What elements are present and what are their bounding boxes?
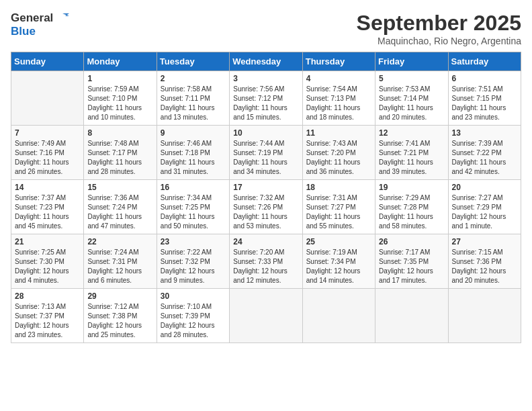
calendar-cell: 9Sunrise: 7:46 AM Sunset: 7:18 PM Daylig… [157,126,229,180]
day-info: Sunrise: 7:29 AM Sunset: 7:28 PM Dayligh… [379,193,444,231]
day-info: Sunrise: 7:32 AM Sunset: 7:26 PM Dayligh… [233,193,298,231]
day-number: 26 [379,237,444,246]
calendar-cell: 12Sunrise: 7:41 AM Sunset: 7:21 PM Dayli… [375,126,448,180]
calendar-header-row: SundayMondayTuesdayWednesdayThursdayFrid… [11,52,521,71]
calendar-cell: 20Sunrise: 7:27 AM Sunset: 7:29 PM Dayli… [448,180,521,234]
day-info: Sunrise: 7:10 AM Sunset: 7:39 PM Dayligh… [161,302,226,340]
day-info: Sunrise: 7:37 AM Sunset: 7:23 PM Dayligh… [15,193,80,231]
day-info: Sunrise: 7:39 AM Sunset: 7:22 PM Dayligh… [452,139,517,177]
calendar-table: SundayMondayTuesdayWednesdayThursdayFrid… [11,52,521,343]
calendar-cell [375,289,448,343]
day-number: 5 [379,74,444,83]
calendar-cell: 2Sunrise: 7:58 AM Sunset: 7:11 PM Daylig… [157,71,229,126]
day-number: 23 [161,237,226,246]
calendar-cell: 28Sunrise: 7:13 AM Sunset: 7:37 PM Dayli… [11,289,84,343]
title-block: September 2025 Maquinchao, Rio Negro, Ar… [357,11,521,46]
calendar-cell: 21Sunrise: 7:25 AM Sunset: 7:30 PM Dayli… [11,234,84,289]
day-number: 29 [87,291,152,301]
logo: General Blue [11,11,69,38]
day-info: Sunrise: 7:59 AM Sunset: 7:10 PM Dayligh… [87,85,152,122]
day-number: 30 [161,291,226,301]
calendar-cell: 27Sunrise: 7:15 AM Sunset: 7:36 PM Dayli… [448,234,521,289]
calendar-week-1: 1Sunrise: 7:59 AM Sunset: 7:10 PM Daylig… [11,71,521,126]
calendar-cell: 22Sunrise: 7:24 AM Sunset: 7:31 PM Dayli… [84,234,157,289]
calendar-cell: 25Sunrise: 7:19 AM Sunset: 7:34 PM Dayli… [302,234,375,289]
calendar-week-2: 7Sunrise: 7:49 AM Sunset: 7:16 PM Daylig… [11,126,521,180]
page-header: General Blue September 2025 Maquinchao, … [11,11,521,46]
day-info: Sunrise: 7:31 AM Sunset: 7:27 PM Dayligh… [306,193,371,231]
day-info: Sunrise: 7:49 AM Sunset: 7:16 PM Dayligh… [15,139,80,177]
calendar-week-3: 14Sunrise: 7:37 AM Sunset: 7:23 PM Dayli… [11,180,521,234]
calendar-cell: 30Sunrise: 7:10 AM Sunset: 7:39 PM Dayli… [157,289,229,343]
day-number: 1 [87,74,152,83]
calendar-cell: 5Sunrise: 7:53 AM Sunset: 7:14 PM Daylig… [375,71,448,126]
calendar-cell: 13Sunrise: 7:39 AM Sunset: 7:22 PM Dayli… [448,126,521,180]
day-info: Sunrise: 7:17 AM Sunset: 7:35 PM Dayligh… [379,248,444,285]
weekday-header-wednesday: Wednesday [230,52,302,71]
day-info: Sunrise: 7:13 AM Sunset: 7:37 PM Dayligh… [15,302,80,340]
calendar-cell: 18Sunrise: 7:31 AM Sunset: 7:27 PM Dayli… [302,180,375,234]
calendar-cell: 17Sunrise: 7:32 AM Sunset: 7:26 PM Dayli… [230,180,302,234]
day-number: 13 [452,128,517,138]
day-number: 18 [306,183,371,192]
weekday-header-sunday: Sunday [11,52,84,71]
day-info: Sunrise: 7:34 AM Sunset: 7:25 PM Dayligh… [161,193,226,231]
calendar-cell [302,289,375,343]
day-number: 15 [87,183,152,192]
calendar-cell: 10Sunrise: 7:44 AM Sunset: 7:19 PM Dayli… [230,126,302,180]
day-number: 6 [452,74,517,83]
day-number: 10 [233,128,298,138]
day-number: 12 [379,128,444,138]
calendar-cell: 26Sunrise: 7:17 AM Sunset: 7:35 PM Dayli… [375,234,448,289]
month-title: September 2025 [357,11,521,36]
day-number: 27 [452,237,517,246]
day-number: 19 [379,183,444,192]
calendar-cell [230,289,302,343]
calendar-cell: 7Sunrise: 7:49 AM Sunset: 7:16 PM Daylig… [11,126,84,180]
calendar-cell: 15Sunrise: 7:36 AM Sunset: 7:24 PM Dayli… [84,180,157,234]
day-number: 22 [87,237,152,246]
calendar-week-4: 21Sunrise: 7:25 AM Sunset: 7:30 PM Dayli… [11,234,521,289]
day-number: 4 [306,74,371,83]
day-info: Sunrise: 7:54 AM Sunset: 7:13 PM Dayligh… [306,85,371,122]
day-info: Sunrise: 7:53 AM Sunset: 7:14 PM Dayligh… [379,85,444,122]
day-number: 14 [15,183,80,192]
day-number: 24 [233,237,298,246]
calendar-cell: 23Sunrise: 7:22 AM Sunset: 7:32 PM Dayli… [157,234,229,289]
day-info: Sunrise: 7:15 AM Sunset: 7:36 PM Dayligh… [452,248,517,285]
day-number: 21 [15,237,80,246]
day-info: Sunrise: 7:43 AM Sunset: 7:20 PM Dayligh… [306,139,371,177]
day-info: Sunrise: 7:27 AM Sunset: 7:29 PM Dayligh… [452,193,517,231]
day-info: Sunrise: 7:41 AM Sunset: 7:21 PM Dayligh… [379,139,444,177]
day-number: 16 [161,183,226,192]
calendar-cell: 29Sunrise: 7:12 AM Sunset: 7:38 PM Dayli… [84,289,157,343]
day-number: 25 [306,237,371,246]
day-number: 2 [161,74,226,83]
calendar-cell [11,71,84,126]
calendar-week-5: 28Sunrise: 7:13 AM Sunset: 7:37 PM Dayli… [11,289,521,343]
day-number: 3 [233,74,298,83]
day-info: Sunrise: 7:24 AM Sunset: 7:31 PM Dayligh… [87,248,152,285]
day-number: 17 [233,183,298,192]
calendar-cell: 16Sunrise: 7:34 AM Sunset: 7:25 PM Dayli… [157,180,229,234]
logo-general: General [11,12,53,25]
day-info: Sunrise: 7:56 AM Sunset: 7:12 PM Dayligh… [233,85,298,122]
day-info: Sunrise: 7:58 AM Sunset: 7:11 PM Dayligh… [161,85,226,122]
calendar-cell [448,289,521,343]
weekday-header-monday: Monday [84,52,157,71]
day-info: Sunrise: 7:19 AM Sunset: 7:34 PM Dayligh… [306,248,371,285]
calendar-cell: 14Sunrise: 7:37 AM Sunset: 7:23 PM Dayli… [11,180,84,234]
day-number: 20 [452,183,517,192]
day-number: 8 [87,128,152,138]
calendar-cell: 1Sunrise: 7:59 AM Sunset: 7:10 PM Daylig… [84,71,157,126]
day-info: Sunrise: 7:46 AM Sunset: 7:18 PM Dayligh… [161,139,226,177]
day-info: Sunrise: 7:20 AM Sunset: 7:33 PM Dayligh… [233,248,298,285]
calendar-cell: 4Sunrise: 7:54 AM Sunset: 7:13 PM Daylig… [302,71,375,126]
calendar-cell: 24Sunrise: 7:20 AM Sunset: 7:33 PM Dayli… [230,234,302,289]
calendar-cell: 3Sunrise: 7:56 AM Sunset: 7:12 PM Daylig… [230,71,302,126]
day-info: Sunrise: 7:48 AM Sunset: 7:17 PM Dayligh… [87,139,152,177]
day-info: Sunrise: 7:12 AM Sunset: 7:38 PM Dayligh… [87,302,152,340]
day-info: Sunrise: 7:22 AM Sunset: 7:32 PM Dayligh… [161,248,226,285]
weekday-header-friday: Friday [375,52,448,71]
calendar-cell: 8Sunrise: 7:48 AM Sunset: 7:17 PM Daylig… [84,126,157,180]
